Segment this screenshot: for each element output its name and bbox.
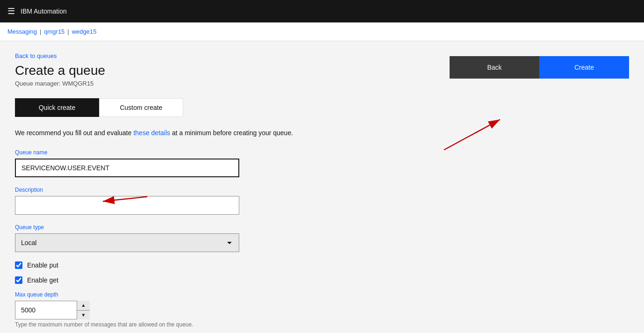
description-input[interactable]: [15, 196, 239, 215]
form-section: Queue name Description Queue type Local …: [15, 149, 239, 333]
breadcrumb: Messaging | qmgr15 | wedge15: [0, 22, 644, 41]
recommendation-text-1: We recommend you fill out and evaluate: [15, 129, 133, 137]
description-field: Description: [15, 187, 239, 215]
page-header-left: Back to queues Create a queue Queue mana…: [15, 52, 105, 87]
top-navigation: ☰ IBM Automation: [0, 0, 644, 22]
max-queue-depth-wrapper: ▲ ▼: [15, 301, 90, 319]
page-header: Back to queues Create a queue Queue mana…: [15, 52, 629, 87]
max-queue-depth-field: Max queue depth ▲ ▼ Type the maximum num…: [15, 291, 239, 328]
recommendation-text: We recommend you fill out and evaluate t…: [15, 128, 629, 138]
breadcrumb-qmgr[interactable]: qmgr15: [44, 28, 64, 35]
back-to-queues-link[interactable]: Back to queues: [15, 52, 105, 59]
recommendation-text-2: at a minimum before creating your queue.: [170, 129, 293, 137]
enable-put-checkbox[interactable]: [15, 261, 22, 269]
breadcrumb-wedge[interactable]: wedge15: [72, 28, 97, 35]
enable-get-field: Enable get: [15, 276, 239, 284]
back-button[interactable]: Back: [450, 56, 539, 79]
enable-get-label: Enable get: [27, 276, 58, 284]
breadcrumb-separator-2: |: [67, 28, 69, 35]
max-queue-depth-helper: Type the maximum number of messages that…: [15, 321, 239, 328]
queue-name-field: Queue name: [15, 149, 239, 177]
max-queue-depth-label: Max queue depth: [15, 291, 239, 298]
breadcrumb-separator-1: |: [40, 28, 41, 35]
create-button[interactable]: Create: [539, 56, 629, 79]
queue-type-field: Queue type Local: [15, 224, 239, 252]
menu-icon[interactable]: ☰: [7, 6, 15, 16]
queue-name-label: Queue name: [15, 149, 239, 156]
max-queue-depth-increment[interactable]: ▲: [77, 301, 90, 311]
tabs-container: Quick create Custom create: [15, 98, 629, 117]
max-queue-depth-spinners: ▲ ▼: [77, 301, 90, 319]
queue-manager-label: Queue manager: WMQGR15: [15, 80, 105, 87]
header-actions: Back Create: [450, 56, 629, 79]
max-queue-depth-decrement[interactable]: ▼: [77, 311, 90, 320]
recommendation-link[interactable]: these details: [133, 129, 170, 137]
queue-type-label: Queue type: [15, 224, 239, 231]
enable-get-checkbox[interactable]: [15, 276, 22, 284]
enable-put-label: Enable put: [27, 261, 58, 269]
page-container: Back to queues Create a queue Queue mana…: [0, 41, 644, 333]
queue-type-select[interactable]: Local: [15, 233, 239, 252]
description-label: Description: [15, 187, 239, 193]
tab-quick-create[interactable]: Quick create: [15, 98, 99, 117]
breadcrumb-messaging[interactable]: Messaging: [7, 28, 37, 35]
queue-name-input[interactable]: [15, 159, 239, 177]
tab-custom-create[interactable]: Custom create: [99, 98, 183, 117]
app-title: IBM Automation: [21, 7, 67, 15]
enable-put-field: Enable put: [15, 261, 239, 269]
page-title: Create a queue: [15, 63, 105, 78]
